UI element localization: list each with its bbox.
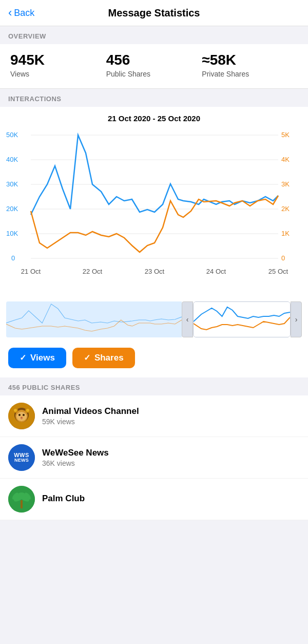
- svg-point-35: [26, 409, 29, 412]
- toggle-row: ✓ Views ✓ Shares: [0, 342, 308, 377]
- stat-public-shares-value: 456: [106, 52, 202, 68]
- svg-text:24 Oct: 24 Oct: [206, 268, 226, 275]
- svg-text:10K: 10K: [6, 230, 18, 237]
- interactions-section: 21 Oct 2020 - 25 Oct 2020 50K 40K 30K 20…: [0, 107, 308, 377]
- svg-rect-37: [21, 500, 23, 508]
- svg-text:0: 0: [11, 254, 15, 262]
- svg-text:0: 0: [281, 254, 285, 262]
- shares-list: Animal Videos Channel 59K views WWS NEWS…: [0, 395, 308, 520]
- svg-text:4K: 4K: [281, 156, 290, 163]
- avatar: [8, 486, 35, 513]
- stat-views: 945K Views: [10, 52, 106, 78]
- views-checkmark-icon: ✓: [20, 353, 26, 363]
- stat-private-shares: ≈58K Private Shares: [202, 52, 298, 78]
- toggle-shares-button[interactable]: ✓ Shares: [72, 348, 135, 368]
- svg-text:40K: 40K: [6, 156, 18, 163]
- svg-rect-23: [6, 301, 182, 337]
- stat-views-value: 945K: [10, 52, 106, 68]
- mini-nav-left[interactable]: ‹: [182, 301, 193, 337]
- share-name: Palm Club: [42, 494, 300, 504]
- mini-chart-selected: [193, 301, 291, 337]
- interactions-section-label: INTERACTIONS: [0, 89, 308, 107]
- toggle-shares-label: Shares: [94, 353, 124, 363]
- header: ‹ Back Message Statistics: [0, 0, 308, 26]
- svg-text:23 Oct: 23 Oct: [145, 268, 165, 275]
- stat-views-label: Views: [10, 70, 106, 78]
- share-views: 59K views: [42, 418, 300, 426]
- shares-checkmark-icon: ✓: [84, 353, 90, 363]
- back-label: Back: [14, 8, 34, 18]
- svg-point-40: [17, 493, 26, 498]
- svg-text:22 Oct: 22 Oct: [83, 268, 103, 275]
- animal-avatar-icon: [8, 403, 35, 429]
- list-item[interactable]: WWS NEWS WeWeSee News 36K views: [0, 437, 308, 479]
- avatar: [8, 403, 35, 429]
- stat-public-shares-label: Public Shares: [106, 70, 202, 78]
- svg-point-28: [16, 412, 27, 421]
- avatar: WWS NEWS: [8, 444, 35, 471]
- svg-point-30: [23, 414, 25, 416]
- chart-area: 50K 40K 30K 20K 10K 0 5K 4K 3K 2K 1K 0 2…: [0, 125, 308, 337]
- palm-avatar-icon: [8, 486, 35, 513]
- views-line: [31, 135, 278, 215]
- svg-text:50K: 50K: [6, 131, 18, 139]
- toggle-views-label: Views: [30, 353, 55, 363]
- public-shares-section-label: 456 PUBLIC SHARES: [0, 377, 308, 395]
- share-info: Animal Videos Channel 59K views: [42, 406, 300, 426]
- overview-card: 945K Views 456 Public Shares ≈58K Privat…: [0, 44, 308, 89]
- share-views: 36K views: [42, 459, 300, 467]
- back-chevron-icon: ‹: [8, 7, 12, 18]
- svg-point-33: [14, 409, 17, 412]
- svg-point-36: [8, 486, 35, 513]
- stat-private-shares-value: ≈58K: [202, 52, 298, 68]
- list-item[interactable]: Animal Videos Channel 59K views: [0, 395, 308, 437]
- share-info: Palm Club: [42, 494, 300, 505]
- svg-text:1K: 1K: [281, 230, 290, 237]
- svg-text:20K: 20K: [6, 205, 18, 213]
- svg-point-31: [21, 416, 23, 418]
- mini-chart-row: ‹ ›: [6, 301, 302, 337]
- svg-text:25 Oct: 25 Oct: [268, 268, 288, 275]
- mini-nav-right[interactable]: ›: [291, 301, 302, 337]
- public-shares-section: 456 PUBLIC SHARES: [0, 377, 308, 520]
- svg-text:3K: 3K: [281, 180, 290, 188]
- wws-news-badge-icon: WWS NEWS: [8, 444, 35, 471]
- svg-rect-24: [194, 302, 290, 337]
- stat-public-shares: 456 Public Shares: [106, 52, 202, 78]
- svg-text:30K: 30K: [6, 180, 18, 188]
- toggle-views-button[interactable]: ✓ Views: [8, 348, 66, 368]
- mini-chart-full: [6, 301, 182, 337]
- share-name: Animal Videos Channel: [42, 406, 300, 416]
- overview-section-label: OVERVIEW: [0, 26, 308, 44]
- page-title: Message Statistics: [108, 7, 200, 19]
- svg-text:21 Oct: 21 Oct: [21, 268, 41, 275]
- share-name: WeWeSee News: [42, 448, 300, 458]
- svg-text:2K: 2K: [281, 205, 290, 213]
- share-info: WeWeSee News 36K views: [42, 448, 300, 467]
- svg-text:5K: 5K: [281, 131, 290, 139]
- list-item[interactable]: Palm Club: [0, 479, 308, 520]
- chart-date-range: 21 Oct 2020 - 25 Oct 2020: [0, 107, 308, 125]
- main-chart: 50K 40K 30K 20K 10K 0 5K 4K 3K 2K 1K 0 2…: [6, 125, 302, 299]
- back-button[interactable]: ‹ Back: [8, 7, 49, 18]
- svg-point-29: [18, 414, 21, 416]
- stat-private-shares-label: Private Shares: [202, 70, 298, 78]
